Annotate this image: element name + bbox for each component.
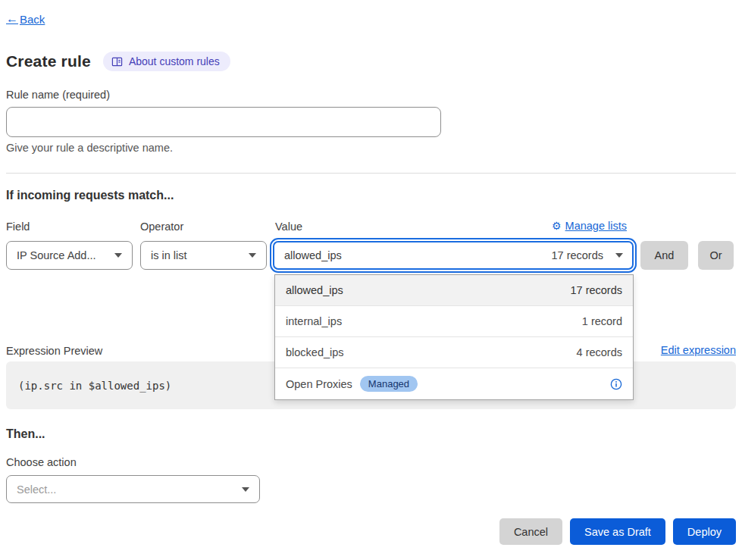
back-label: Back [20, 13, 45, 26]
list-option-allowed-ips[interactable]: allowed_ips 17 records [275, 275, 633, 306]
edit-expression-link[interactable]: Edit expression [661, 344, 736, 356]
rule-name-helper: Give your rule a descriptive name. [6, 142, 173, 154]
value-records-count: 17 records [551, 249, 603, 261]
then-section-heading: Then... [6, 427, 45, 441]
back-arrow-icon: ← [6, 12, 18, 26]
list-option-records: 4 records [577, 346, 622, 358]
info-icon[interactable] [610, 378, 622, 390]
book-icon [111, 56, 123, 67]
list-option-name: allowed_ips [286, 284, 343, 296]
about-custom-rules-link[interactable]: About custom rules [103, 52, 230, 71]
field-select-value: IP Source Add... [17, 249, 96, 261]
expression-code: (ip.src in $allowed_ips) [18, 361, 171, 409]
chevron-down-icon [242, 487, 249, 492]
expression-preview-label: Expression Preview [6, 345, 102, 357]
match-section-heading: If incoming requests match... [6, 189, 174, 202]
chevron-down-icon [114, 253, 122, 258]
manage-lists-link[interactable]: Manage lists [565, 220, 627, 232]
list-option-records: 1 record [582, 315, 622, 327]
value-select-value: allowed_ips [284, 249, 551, 261]
list-option-name: Open Proxies [286, 378, 352, 390]
list-dropdown: allowed_ips 17 records internal_ips 1 re… [274, 274, 634, 400]
managed-badge: Managed [360, 376, 418, 392]
footer-actions: Cancel Save as Draft Deploy [499, 518, 736, 545]
list-option-name: internal_ips [286, 315, 342, 327]
list-option-blocked-ips[interactable]: blocked_ips 4 records [275, 337, 633, 368]
list-option-internal-ips[interactable]: internal_ips 1 record [275, 306, 633, 337]
or-button[interactable]: Or [698, 241, 734, 270]
rule-name-label: Rule name (required) [6, 89, 110, 101]
operator-label: Operator [140, 221, 183, 233]
operator-select-value: is in list [151, 249, 187, 261]
list-option-name: blocked_ips [286, 346, 344, 358]
deploy-button[interactable]: Deploy [673, 518, 736, 545]
value-label: Value [275, 221, 302, 233]
cancel-button[interactable]: Cancel [499, 518, 562, 545]
field-select[interactable]: IP Source Add... [6, 241, 133, 270]
about-badge-label: About custom rules [129, 55, 220, 67]
title-row: Create rule About custom rules [6, 52, 230, 71]
manage-lists: ⚙ Manage lists [552, 220, 627, 232]
create-rule-page: ← Back Create rule About custom rules Ru… [0, 0, 742, 560]
chevron-down-icon [249, 253, 256, 258]
back-link[interactable]: ← Back [6, 12, 45, 26]
field-label: Field [6, 221, 30, 233]
gear-icon: ⚙ [552, 221, 562, 231]
and-button[interactable]: And [640, 241, 688, 270]
chevron-down-icon [615, 253, 623, 258]
value-select[interactable]: allowed_ips 17 records [273, 241, 634, 270]
operator-select[interactable]: is in list [140, 241, 267, 270]
section-divider [6, 173, 736, 174]
choose-action-label: Choose action [6, 456, 77, 468]
rule-name-input[interactable] [6, 107, 441, 137]
save-as-draft-button[interactable]: Save as Draft [570, 518, 665, 545]
page-title: Create rule [6, 52, 91, 70]
list-option-records: 17 records [570, 284, 622, 296]
list-option-open-proxies[interactable]: Open Proxies Managed [275, 368, 633, 399]
action-select-placeholder: Select... [17, 483, 56, 496]
action-select[interactable]: Select... [6, 475, 260, 503]
